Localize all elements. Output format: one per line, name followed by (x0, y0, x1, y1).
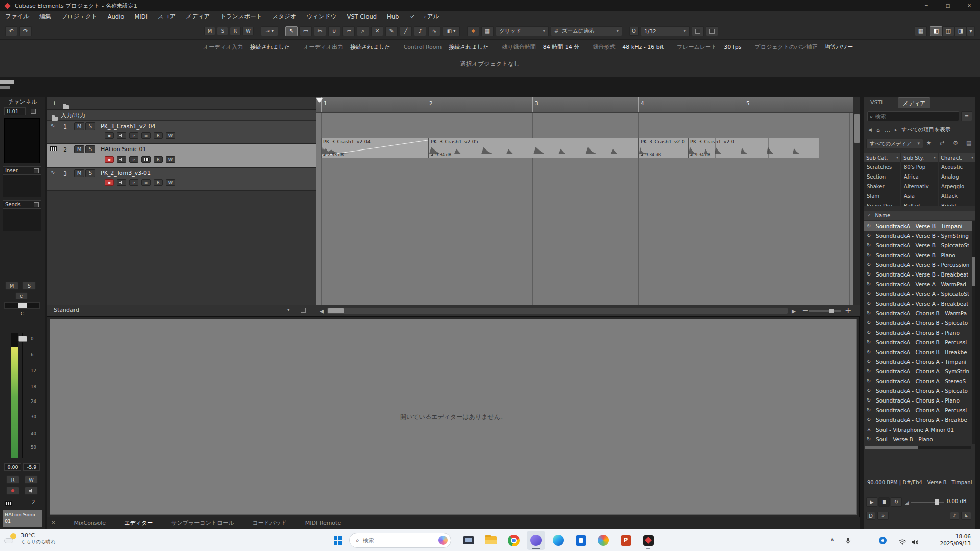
maximize-button[interactable] (937, 0, 959, 11)
track-write-button[interactable]: W (166, 132, 175, 139)
track-write-button[interactable]: W (166, 156, 175, 163)
channel-mute-button[interactable]: M (5, 282, 18, 290)
filter-header[interactable]: Charact. (939, 153, 975, 162)
open-instrument-button[interactable] (141, 156, 151, 163)
pan-handle[interactable] (18, 303, 27, 308)
name-column-header[interactable]: Name (875, 213, 891, 218)
add-track-button[interactable] (52, 99, 57, 106)
active-app-icon[interactable] (527, 531, 545, 550)
compare-icon[interactable] (940, 140, 944, 146)
media-item-row[interactable]: SoundtrackA - Verse B - Breakbeat (864, 269, 972, 279)
track-settings-icon[interactable] (301, 308, 306, 313)
status-item[interactable]: フレームレート 30 fps (677, 43, 741, 51)
automation-button[interactable]: M (204, 27, 215, 35)
tray-mic-icon[interactable] (845, 537, 851, 546)
media-hscrollbar-thumb[interactable] (865, 446, 918, 449)
device-app-icon[interactable] (459, 531, 478, 550)
channel-read-button[interactable]: R (6, 475, 19, 484)
media-item-row[interactable]: SoundtrackA - Chorus A - Timpani (864, 357, 972, 366)
media-search-box[interactable] (867, 111, 959, 121)
filter-item[interactable]: Asia (901, 191, 938, 201)
right-zone-toggle[interactable] (954, 26, 967, 36)
project-cursor[interactable] (744, 113, 744, 305)
copilot-icon[interactable] (438, 536, 448, 545)
channel-track-name[interactable]: HALion Sonic 01 (3, 510, 42, 527)
track-name[interactable]: HALion Sonic 01 (101, 146, 146, 153)
audio-event[interactable]: PK_3_Crash1_v2-04 -2.93 dB (321, 138, 429, 158)
sends-slots[interactable] (3, 209, 41, 231)
zoom-tool[interactable] (357, 26, 369, 36)
channel-write-button[interactable]: W (24, 475, 38, 484)
quantize-apply-button[interactable] (692, 26, 704, 36)
event-canvas[interactable]: PK_3_Crash1_v2-04 -2.93 dB PK_3_Crash1_v… (316, 113, 853, 305)
menu-item[interactable]: プロジェクト (56, 13, 103, 20)
tab-media[interactable]: メディア (898, 97, 930, 108)
preview-volume-thumb[interactable] (935, 499, 939, 505)
divider-handle[interactable] (0, 80, 14, 84)
close-lower-zone-icon[interactable] (51, 520, 55, 525)
lower-zone-tab[interactable]: エディター (124, 519, 153, 527)
edge-icon[interactable] (549, 531, 568, 550)
audio-event[interactable]: PK_3_Crash1_v2-0 -9.34 dB (688, 138, 819, 158)
home-icon[interactable] (876, 127, 880, 133)
lower-zone-tab[interactable]: MixConsole (74, 520, 106, 527)
draw-tool[interactable] (385, 26, 398, 36)
media-item-row[interactable]: SoundtrackA - Chorus A - StereoS (864, 376, 972, 386)
breadcrumb[interactable]: すべての項目を表示 (901, 126, 950, 133)
filter-item[interactable]: Africa (901, 172, 938, 182)
channel-solo-button[interactable]: S (22, 282, 36, 290)
list-view-icon[interactable] (966, 140, 971, 146)
media-item-row[interactable]: SoundtrackA - Chorus A - Spiccato (864, 386, 972, 395)
autoplay-new-results-button[interactable] (877, 512, 889, 520)
track-row-audio-3[interactable]: 3 M S PK_2_Tom3_v3-01 e ∞ R W (47, 168, 316, 191)
minimize-button[interactable] (916, 0, 937, 11)
media-item-row[interactable]: SoundtrackA - Verse B - Percussion (864, 260, 972, 269)
track-row-instrument-2[interactable]: 2 M S HALion Sonic 01 e R W (47, 144, 316, 168)
media-item-row[interactable]: SoundtrackA - Chorus A - Percussi (864, 405, 972, 415)
track-monitor-button[interactable] (117, 156, 126, 163)
start-button[interactable] (329, 531, 347, 550)
menu-item[interactable]: ウィンドウ (302, 13, 342, 20)
horizontal-scrollbar[interactable] (327, 308, 788, 314)
status-item[interactable]: オーディオ入力 接続されました (203, 43, 290, 51)
media-item-row[interactable]: SoundtrackA - Chorus A - Breakbe (864, 415, 972, 424)
wifi-icon[interactable] (898, 538, 906, 547)
track-record-button[interactable] (105, 156, 114, 163)
filter-item[interactable]: Acoustic (939, 162, 975, 172)
media-item-row[interactable]: SoundtrackA - Verse B - Timpani (864, 221, 972, 231)
colorful-app-icon[interactable] (594, 531, 612, 550)
media-item-row[interactable]: SoundtrackA - Chorus B - Piano (864, 328, 972, 337)
media-item-row[interactable]: SoundtrackA - Verse B - SpiccatoSt (864, 240, 972, 250)
menu-item[interactable]: Hub (382, 13, 404, 20)
preview-play-button[interactable] (866, 497, 877, 507)
track-name[interactable]: PK_2_Tom3_v3-01 (101, 170, 151, 177)
filter-item[interactable]: Ballad (901, 201, 938, 206)
audio-event[interactable]: PK_3_Crash1_v2-05 -9.34 dB (429, 138, 639, 158)
menu-item[interactable]: スタジオ (267, 13, 301, 20)
color-tool[interactable] (443, 26, 460, 36)
track-mute-button[interactable]: M (74, 122, 84, 130)
quantize-badge[interactable]: Q (629, 27, 639, 36)
status-item[interactable]: 残り録音時間 84 時間 14 分 (502, 43, 580, 51)
divider-handle-2[interactable] (0, 86, 10, 89)
workspace-button[interactable] (915, 26, 927, 36)
lower-zone-tab[interactable]: コードパッド (252, 519, 286, 527)
track-picture[interactable] (4, 118, 40, 163)
zoom-out-button[interactable] (802, 307, 808, 315)
inserts-section-button[interactable]: Inser. (3, 166, 41, 175)
preview-stop-button[interactable] (878, 497, 890, 507)
object-selection-tool[interactable] (285, 26, 298, 36)
locator-marker[interactable] (316, 98, 323, 103)
menu-item[interactable]: マニュアル (404, 13, 444, 20)
track-record-button[interactable] (105, 132, 114, 139)
gear-icon[interactable] (953, 140, 958, 146)
taskbar-search-box[interactable] (349, 533, 451, 548)
zoom-in-button[interactable] (845, 307, 851, 315)
sync-beats-button[interactable]: D (866, 512, 875, 520)
pan-control[interactable] (4, 302, 40, 309)
track-edit-button[interactable]: e (129, 132, 138, 139)
media-item-row[interactable]: Soul - Verse B - Piano (864, 434, 972, 444)
automation-button[interactable]: S (217, 27, 228, 35)
filter-item[interactable]: Section (864, 172, 900, 182)
status-item[interactable]: 録音形式 48 kHz - 16 bit (593, 43, 664, 51)
